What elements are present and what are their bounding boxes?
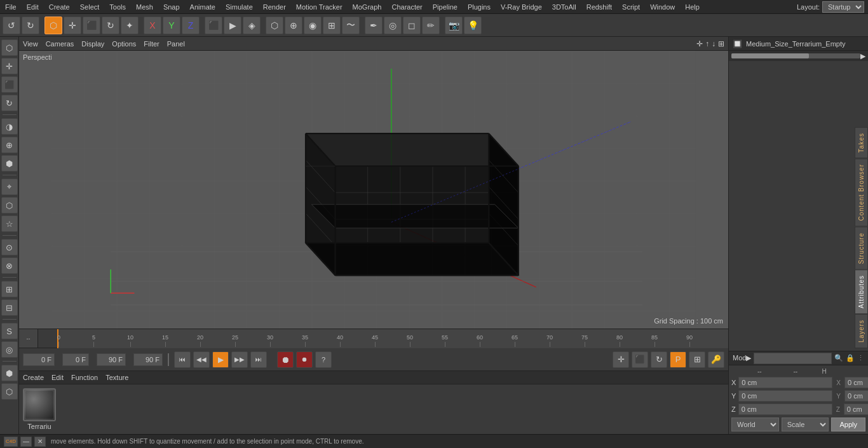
right-scrollbar[interactable]: ▶	[729, 51, 868, 61]
menu-redshift[interactable]: Redshift	[581, 2, 617, 12]
menu-motiontracker[interactable]: Motion Tracker	[291, 2, 348, 12]
right-lock-icon[interactable]: 🔒	[846, 354, 855, 362]
spline-rect[interactable]: ◻	[403, 17, 421, 34]
menu-window[interactable]: Window	[645, 2, 680, 12]
vp-options[interactable]: Options	[112, 40, 136, 48]
frame-to-field1[interactable]	[97, 353, 126, 366]
z-axis-btn[interactable]: Z	[182, 17, 200, 34]
undo-button[interactable]: ↺	[3, 17, 20, 34]
vp-display[interactable]: Display	[81, 40, 104, 48]
key-btn[interactable]: 🔑	[708, 351, 724, 368]
vp-icon-down[interactable]: ↓	[712, 39, 715, 48]
step-back-btn[interactable]: ◀◀	[193, 351, 210, 368]
menu-tools[interactable]: Tools	[104, 2, 131, 12]
left-tool-8[interactable]: ⬡	[1, 197, 18, 214]
vp-icon-move[interactable]: ✛	[696, 39, 703, 48]
frame-from-field[interactable]	[62, 353, 89, 366]
apply-button[interactable]: Apply	[831, 417, 865, 431]
auto-keyframe-btn[interactable]: ⏺	[296, 351, 313, 368]
record-btn[interactable]: ⏺	[277, 351, 294, 368]
left-tool-11[interactable]: ⊗	[1, 257, 18, 274]
left-tool-6[interactable]: ⬢	[1, 155, 18, 172]
scale-tool[interactable]: ⬛	[83, 17, 100, 34]
sym-tool[interactable]: ⊞	[323, 17, 341, 34]
spline-arc[interactable]: ◎	[384, 17, 402, 34]
go-to-first-btn[interactable]: ⏮	[174, 351, 191, 368]
left-tool-5[interactable]: ⊕	[1, 137, 18, 153]
light-tool[interactable]: 💡	[464, 17, 482, 34]
play-btn[interactable]: ▶	[212, 351, 229, 368]
menu-pipeline[interactable]: Pipeline	[428, 2, 463, 12]
vp-view[interactable]: View	[23, 40, 38, 48]
tab-structure[interactable]: Structure	[855, 227, 868, 270]
layout-select[interactable]: Startup	[822, 1, 864, 13]
tab-content-browser[interactable]: Content Browser	[855, 158, 868, 226]
frame-to-field2[interactable]	[133, 353, 163, 366]
left-tool-4[interactable]: ◑	[1, 118, 18, 135]
right-search-icon[interactable]: 🔍	[834, 354, 843, 362]
left-tool-9[interactable]: ☆	[1, 215, 18, 232]
x-rot-field[interactable]	[844, 377, 868, 388]
anim-play[interactable]: ▶	[224, 17, 241, 34]
menu-help[interactable]: Help	[680, 2, 705, 12]
keyframe-btn[interactable]: ?	[315, 351, 332, 368]
menu-script[interactable]: Script	[617, 2, 645, 12]
rotate-tool[interactable]: ↻	[102, 17, 119, 34]
left-tool-3[interactable]: ↻	[1, 95, 18, 111]
bottom-texture[interactable]: Texture	[105, 374, 128, 381]
right-dots-icon[interactable]: ⋮	[857, 354, 864, 362]
left-tool-1[interactable]: ✛	[1, 58, 18, 74]
poly-tool[interactable]: ◈	[243, 17, 261, 34]
menu-3dtoall[interactable]: 3DToAll	[547, 2, 581, 12]
y-pos-field[interactable]	[738, 390, 832, 402]
left-tool-12[interactable]: ⊞	[1, 281, 18, 297]
viewport[interactable]: View Cameras Display Options Filter Pane…	[19, 37, 728, 329]
left-tool-0[interactable]: ⬡	[1, 39, 18, 56]
move-tool[interactable]: ✛	[64, 17, 81, 34]
left-tool-16[interactable]: ⬢	[1, 365, 18, 381]
right-arrow[interactable]: ▶	[860, 52, 865, 60]
rotate-anim-btn[interactable]: ↻	[651, 351, 667, 368]
vp-panel[interactable]: Panel	[167, 40, 185, 48]
select-tool[interactable]: ⬡	[44, 17, 62, 34]
sketch-tool[interactable]: ✏	[422, 17, 440, 34]
menu-plugins[interactable]: Plugins	[463, 2, 496, 12]
scrollbar-track[interactable]	[731, 53, 860, 58]
scale-anim-btn[interactable]: ⬛	[632, 351, 648, 368]
menu-create[interactable]: Create	[44, 2, 75, 12]
z-rot-field[interactable]	[844, 404, 868, 415]
vp-icon-grid[interactable]: ⊞	[718, 39, 724, 48]
left-tool-17[interactable]: ⬡	[1, 383, 18, 400]
tab-layers[interactable]: Layers	[855, 314, 868, 348]
menu-file[interactable]: File	[0, 2, 22, 12]
timeline-ruler[interactable]: 0 5 10 15 20	[57, 329, 728, 348]
left-tool-13[interactable]: ⊟	[1, 299, 18, 316]
left-tool-2[interactable]: ⬛	[1, 76, 18, 93]
tab-takes[interactable]: Takes	[855, 127, 868, 158]
minimize-btn[interactable]: —	[20, 437, 32, 447]
x-axis-btn[interactable]: X	[144, 17, 161, 34]
cube-tool[interactable]: ⬡	[266, 17, 283, 34]
left-tool-14[interactable]: S	[1, 323, 18, 339]
bottom-edit[interactable]: Edit	[51, 374, 64, 381]
y-axis-btn[interactable]: Y	[163, 17, 180, 34]
pivot-btn[interactable]: P	[670, 351, 686, 368]
object-mode[interactable]: ⬛	[205, 17, 222, 34]
redo-button[interactable]: ↻	[22, 17, 39, 34]
grid-btn[interactable]: ⊞	[689, 351, 705, 368]
vp-icon-up[interactable]: ↑	[705, 39, 709, 48]
world-dropdown[interactable]: World Object Camera	[731, 417, 779, 431]
menu-vray[interactable]: V-Ray Bridge	[496, 2, 547, 12]
menu-mesh[interactable]: Mesh	[131, 2, 158, 12]
deform-tool[interactable]: 〜	[342, 17, 360, 34]
z-pos-field[interactable]	[738, 404, 832, 415]
close-btn[interactable]: ✕	[34, 437, 46, 447]
tab-attributes[interactable]: Attributes	[855, 269, 868, 314]
x-pos-field[interactable]	[738, 377, 832, 388]
step-forward-btn[interactable]: ▶▶	[231, 351, 248, 368]
transform-tool[interactable]: ✦	[121, 17, 139, 34]
menu-animate[interactable]: Animate	[185, 2, 220, 12]
material-thumbnail[interactable]	[23, 388, 56, 421]
y-rot-field[interactable]	[844, 390, 868, 402]
vp-cameras[interactable]: Cameras	[46, 40, 74, 48]
